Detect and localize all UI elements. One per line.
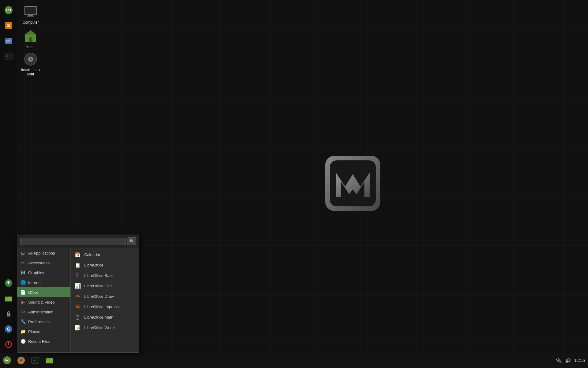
category-all-applications[interactable]: ⊞ All Applications [17,248,70,258]
graphics-icon: 🖼 [20,270,26,275]
calendar-app-icon: 📅 [74,251,81,258]
taskbar: >_ 🔌 🔊 11:56 [0,353,588,368]
libreoffice-calc-icon: 📊 [74,282,81,289]
search-button[interactable]: 🔍 [127,237,136,245]
category-accessories[interactable]: ✂ Accessories [17,258,70,268]
app-libreoffice[interactable]: 📋 LibreOffice [71,260,139,270]
taskbar-menu-icon[interactable] [0,353,14,368]
taskbar-right: 🔌 🔊 11:56 [556,358,588,363]
recent-icon: 🕐 [20,339,26,344]
preferences-icon: 🔧 [20,319,26,324]
volume-icon[interactable]: 🔊 [565,358,571,363]
app-libreoffice-writer[interactable]: 📝 LibreOffice Writer [71,322,139,333]
panel-software-icon[interactable]: S [2,18,16,33]
taskbar-left: >_ [0,353,56,368]
app-libreoffice-base[interactable]: 🗄 LibreOffice Base [71,270,139,281]
panel-lock-icon[interactable] [2,307,16,321]
category-places[interactable]: 📁 Places [17,327,70,336]
category-sound-video[interactable]: ▶ Sound & Video [17,297,70,307]
categories-list: ⊞ All Applications ✂ Accessories 🖼 Graph… [17,248,71,352]
libreoffice-base-icon: 🗄 [74,272,81,279]
svg-point-25 [8,314,9,316]
home-icon [23,29,38,44]
panel-mintmenu-icon[interactable] [2,3,16,17]
panel-feedback-icon[interactable]: G [2,322,16,336]
app-libreoffice-writer-label: LibreOffice Writer [84,325,115,330]
desktop: Computer Home Install Linux Mint [0,0,588,368]
office-icon: 📄 [20,289,26,295]
desktop-icon-computer[interactable]: Computer [17,3,44,26]
app-libreoffice-calc[interactable]: 📊 LibreOffice Calc [71,281,139,291]
svg-rect-1 [25,7,36,14]
administration-icon: ⚙ [20,309,26,315]
app-menu-body: ⊞ All Applications ✂ Accessories 🖼 Graph… [17,248,139,352]
computer-icon-label: Computer [23,20,39,25]
sound-video-icon: ▶ [20,299,26,305]
app-libreoffice-calc-label: LibreOffice Calc [84,284,112,288]
desktop-icon-home[interactable]: Home [17,28,44,50]
app-libreoffice-math[interactable]: ∑ LibreOffice Math [71,312,139,322]
svg-text:>_: >_ [33,358,37,362]
category-graphics[interactable]: 🖼 Graphics [17,268,70,278]
category-preferences[interactable]: 🔧 Preferences [17,317,70,327]
taskbar-files-icon[interactable] [42,353,56,368]
app-libreoffice-impress[interactable]: 📽 LibreOffice Impress [71,301,139,312]
category-recent-files[interactable]: 🕐 Recent Files [17,336,70,346]
panel-terminal-icon[interactable]: >_ [2,49,16,63]
svg-text:G: G [7,327,10,332]
svg-point-33 [20,359,22,361]
category-graphics-label: Graphics [28,270,44,275]
app-libreoffice-impress-label: LibreOffice Impress [84,305,119,309]
svg-rect-37 [46,358,49,359]
computer-icon [23,4,38,19]
libreoffice-writer-icon: 📝 [74,324,81,331]
svg-rect-2 [28,15,33,16]
network-icon[interactable]: 🔌 [556,358,562,363]
category-preferences-label: Preferences [28,320,50,324]
taskbar-firefox-icon[interactable] [14,353,28,368]
panel-power-icon[interactable] [2,337,16,351]
category-accessories-label: Accessories [28,261,50,265]
app-calendar[interactable]: 📅 Calendar [71,249,139,260]
category-internet[interactable]: 🌐 Internet [17,278,70,287]
svg-rect-18 [6,41,10,42]
svg-rect-3 [27,16,34,17]
panel-folder-icon[interactable] [2,291,16,305]
app-menu-search-bar: 🔍 [17,235,139,248]
home-icon-label: Home [26,45,36,49]
svg-rect-6 [29,37,32,42]
internet-icon: 🌐 [20,280,26,285]
svg-rect-17 [6,40,11,41]
app-libreoffice-math-label: LibreOffice Math [84,315,113,320]
category-administration-label: Administration [28,310,53,314]
mint-logo [319,150,386,218]
svg-rect-16 [5,38,8,40]
install-icon [23,52,38,67]
category-all-label: All Applications [28,251,55,255]
search-input[interactable] [20,238,126,245]
app-menu: 🔍 ⊞ All Applications ✂ Accessories 🖼 Gra… [17,235,139,353]
libreoffice-draw-icon: ✏ [74,293,81,300]
svg-point-9 [30,58,32,60]
category-office[interactable]: 📄 Office [17,287,70,297]
svg-marker-5 [24,30,37,35]
desktop-icon-install[interactable]: Install Linux Mint [17,51,44,78]
places-icon: 📁 [20,329,26,334]
install-icon-label: Install Linux Mint [18,68,43,76]
category-administration[interactable]: ⚙ Administration [17,307,70,317]
app-libreoffice-label: LibreOffice [84,263,104,267]
category-sound-video-label: Sound & Video [28,300,55,305]
panel-files-icon[interactable] [2,34,16,48]
clock: 11:56 [574,358,585,363]
taskbar-terminal-icon[interactable]: >_ [28,353,42,368]
svg-text:S: S [7,23,10,28]
svg-rect-23 [5,297,8,298]
libreoffice-icon: 📋 [74,262,81,268]
libreoffice-math-icon: ∑ [74,314,81,320]
panel-updates-icon[interactable] [2,276,16,290]
category-recent-label: Recent Files [28,339,50,344]
accessories-icon: ✂ [20,260,26,266]
category-places-label: Places [28,329,40,334]
app-libreoffice-draw[interactable]: ✏ LibreOffice Draw [71,291,139,301]
all-apps-icon: ⊞ [20,250,26,256]
